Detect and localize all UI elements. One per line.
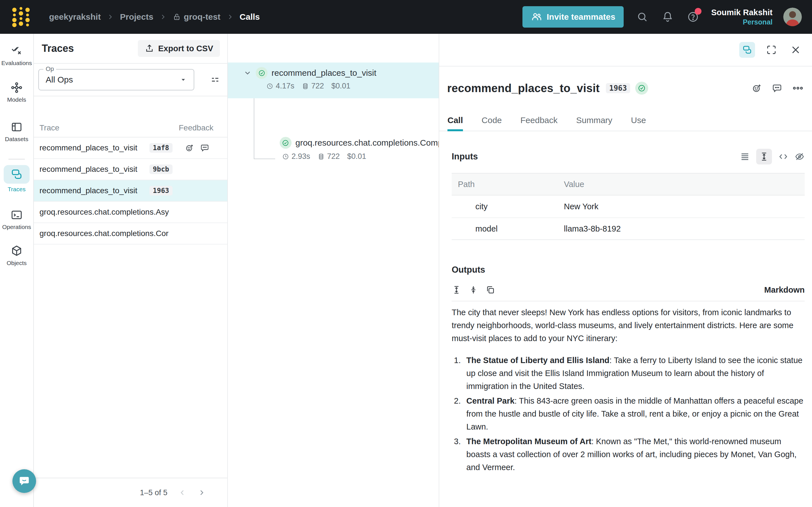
chevron-right-icon bbox=[107, 13, 114, 20]
evaluations-icon bbox=[10, 45, 23, 57]
code-view-icon[interactable] bbox=[778, 152, 788, 162]
search-icon[interactable] bbox=[636, 10, 649, 24]
top-navbar: geekyrakshit Projects groq-test Calls bbox=[0, 0, 812, 34]
sidebar-item-operations[interactable]: Operations bbox=[2, 209, 31, 230]
trace-name: recommend_places_to_visit bbox=[40, 165, 149, 174]
table-row[interactable]: groq.resources.chat.completions.Cor bbox=[34, 223, 227, 244]
inputs-heading: Inputs bbox=[452, 152, 478, 162]
sidebar-item-models[interactable]: Models bbox=[7, 81, 26, 103]
column-header-value: Value bbox=[564, 180, 584, 189]
input-row[interactable]: city New York bbox=[452, 195, 805, 217]
list-view-icon[interactable] bbox=[740, 152, 750, 162]
wandb-logo-icon[interactable] bbox=[10, 6, 33, 28]
table-row[interactable]: groq.resources.chat.completions.Asy bbox=[34, 202, 227, 223]
sidebar-item-datasets[interactable]: Datasets bbox=[5, 121, 29, 143]
sidebar-item-label: Models bbox=[7, 96, 26, 103]
table-row-selected[interactable]: recommend_places_to_visit 1963 bbox=[34, 180, 227, 202]
breadcrumb-projects[interactable]: Projects bbox=[120, 12, 153, 22]
breadcrumb-project-label: groq-test bbox=[184, 12, 220, 22]
tab-call[interactable]: Call bbox=[448, 110, 463, 131]
sidebar-item-evaluations[interactable]: Evaluations bbox=[1, 45, 32, 66]
add-reaction-icon[interactable] bbox=[185, 144, 194, 152]
bell-icon[interactable] bbox=[661, 10, 674, 24]
invite-teammates-button[interactable]: Invite teammates bbox=[522, 6, 624, 27]
column-header-feedback: Feedback bbox=[179, 123, 213, 132]
input-value: llama3-8b-8192 bbox=[564, 224, 621, 233]
output-list-item: Central Park: This 843-acre green oasis … bbox=[452, 394, 808, 433]
call-title: recommend_places_to_visit bbox=[447, 82, 600, 95]
previous-page-icon[interactable] bbox=[178, 489, 187, 497]
breadcrumb-account[interactable]: geekyrakshit bbox=[49, 12, 101, 22]
output-list: The Statue of Liberty and Ellis Island: … bbox=[452, 354, 808, 474]
detail-tabs: Call Code Feedback Summary Use bbox=[439, 110, 812, 131]
lock-icon bbox=[172, 13, 181, 21]
output-format-label[interactable]: Markdown bbox=[764, 285, 805, 295]
operations-icon bbox=[10, 209, 23, 221]
table-row[interactable]: recommend_places_to_visit 1af8 bbox=[34, 137, 227, 159]
left-sidebar: Evaluations Models Datasets bbox=[0, 34, 34, 507]
tree-node-name: recommend_places_to_visit bbox=[271, 68, 376, 78]
comment-icon[interactable] bbox=[772, 83, 782, 93]
tree-node-child[interactable]: groq.resources.chat.completions.Complet … bbox=[228, 134, 439, 171]
cost-value: $0.01 bbox=[331, 82, 350, 91]
list-item-text: : This 843-acre green oasis in the middl… bbox=[466, 396, 803, 431]
tab-summary[interactable]: Summary bbox=[576, 110, 612, 131]
tree-node-root[interactable]: recommend_places_to_visit 4.17s 722 $0.0… bbox=[228, 62, 439, 98]
trace-tree-panel: recommend_places_to_visit 4.17s 722 $0.0… bbox=[227, 34, 439, 507]
op-filter-value: All Ops bbox=[46, 75, 73, 84]
breadcrumb-page: Calls bbox=[240, 12, 260, 22]
op-filter-select[interactable]: Op All Ops bbox=[38, 69, 194, 91]
tokens-value: 722 bbox=[311, 82, 324, 91]
user-block[interactable]: Soumik Rakshit Personal bbox=[711, 7, 772, 26]
clock-icon bbox=[282, 153, 289, 160]
trace-id-chip: 1963 bbox=[149, 186, 172, 195]
next-page-icon[interactable] bbox=[197, 489, 206, 497]
success-check-icon bbox=[256, 67, 267, 79]
list-item-title: The Statue of Liberty and Ellis Island bbox=[466, 356, 610, 365]
expand-values-icon[interactable] bbox=[756, 149, 772, 165]
sidebar-divider bbox=[8, 159, 25, 159]
tree-node-name: groq.resources.chat.completions.Complet bbox=[296, 138, 439, 148]
tab-code[interactable]: Code bbox=[481, 110, 502, 131]
outputs-divider bbox=[452, 301, 805, 301]
duration-value: 2.93s bbox=[292, 152, 310, 161]
sidebar-item-label: Objects bbox=[6, 260, 27, 267]
breadcrumb: geekyrakshit Projects groq-test Calls bbox=[49, 12, 260, 22]
inputs-table: Path Value city New York model llama3-8b… bbox=[452, 173, 805, 240]
detail-toolbar bbox=[439, 34, 812, 66]
more-options-icon[interactable] bbox=[792, 82, 804, 94]
sidebar-item-objects[interactable]: Objects bbox=[6, 244, 27, 267]
breadcrumb-project[interactable]: groq-test bbox=[172, 12, 220, 22]
export-csv-button[interactable]: Export to CSV bbox=[138, 40, 220, 57]
list-item-title: Central Park bbox=[466, 396, 515, 405]
table-row[interactable]: recommend_places_to_visit 9bcb bbox=[34, 159, 227, 180]
collapse-output-icon[interactable] bbox=[469, 285, 478, 295]
call-detail-panel: recommend_places_to_visit 1963 bbox=[439, 34, 812, 507]
input-row[interactable]: model llama3-8b-8192 bbox=[452, 217, 805, 239]
chevron-down-icon[interactable] bbox=[243, 69, 252, 77]
avatar[interactable] bbox=[783, 8, 802, 26]
help-icon[interactable] bbox=[686, 10, 700, 24]
input-path: city bbox=[452, 202, 564, 211]
chat-bubble-icon bbox=[18, 475, 30, 487]
pagination-label: 1–5 of 5 bbox=[140, 489, 167, 497]
hide-values-icon[interactable] bbox=[795, 152, 805, 162]
column-settings-icon[interactable] bbox=[210, 75, 220, 84]
close-icon[interactable] bbox=[788, 42, 804, 58]
tab-use[interactable]: Use bbox=[631, 110, 646, 131]
fullscreen-icon[interactable] bbox=[763, 42, 779, 58]
trace-id-chip: 9bcb bbox=[149, 165, 172, 174]
add-reaction-icon[interactable] bbox=[752, 83, 762, 93]
expand-output-icon[interactable] bbox=[452, 285, 461, 295]
outputs-heading: Outputs bbox=[452, 265, 485, 275]
tree-view-toggle-icon[interactable] bbox=[739, 42, 755, 58]
tab-feedback[interactable]: Feedback bbox=[520, 110, 558, 131]
sidebar-item-traces[interactable]: Traces bbox=[4, 165, 30, 193]
support-chat-button[interactable] bbox=[12, 469, 36, 493]
output-list-item: The Statue of Liberty and Ellis Island: … bbox=[452, 354, 808, 393]
comment-icon[interactable] bbox=[200, 144, 209, 152]
success-check-icon bbox=[280, 137, 292, 149]
chevron-right-icon bbox=[227, 13, 234, 20]
cost-value: $0.01 bbox=[347, 152, 366, 161]
copy-icon[interactable] bbox=[486, 285, 495, 295]
